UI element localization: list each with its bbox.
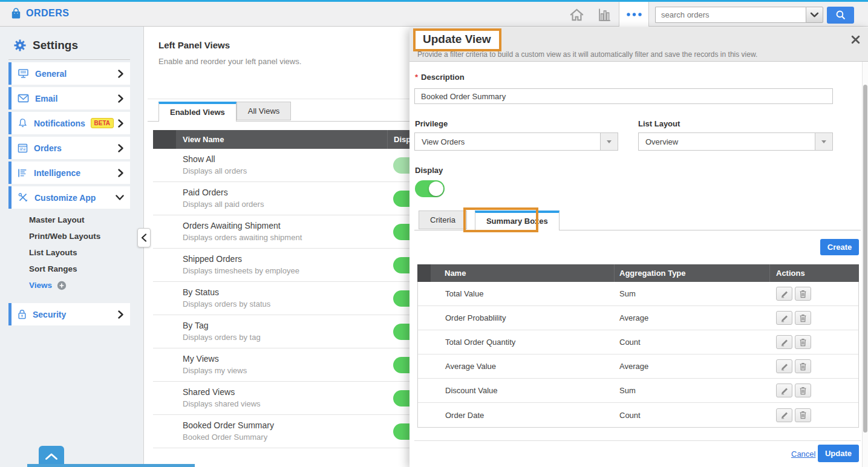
create-button[interactable]: Create <box>820 239 859 255</box>
scrollbar-thumb[interactable] <box>863 85 867 433</box>
sidebar-item-security[interactable]: Security <box>8 303 130 325</box>
views-table: View Name Display Show AllDisplays all o… <box>153 130 437 448</box>
sidebar-item-customize-app[interactable]: Customize App <box>8 186 130 209</box>
sidebar-subitem-list-layouts[interactable]: List Layouts <box>29 249 143 257</box>
list-layout-select[interactable]: Overview <box>638 132 833 151</box>
summary-boxes-table: Name Aggregation Type Actions Total Valu… <box>417 264 859 428</box>
modal-title: Update View <box>423 33 491 45</box>
tab-criteria[interactable]: Criteria <box>419 211 467 229</box>
sidebar-item-intelligence[interactable]: Intelligence <box>8 162 130 184</box>
report-icon <box>18 168 28 178</box>
search-scope-dropdown[interactable] <box>806 7 823 23</box>
bar-chart-icon[interactable] <box>597 7 612 22</box>
sidebar-subitem-sort-ranges[interactable]: Sort Ranges <box>29 265 143 273</box>
app-name: ORDERS <box>26 8 69 19</box>
trash-icon <box>799 387 807 395</box>
tab-all-views[interactable]: All Views <box>237 102 292 120</box>
delete-button[interactable] <box>795 335 811 349</box>
sidebar-item-label: Customize App <box>34 193 96 203</box>
summary-row-total-order-quantity: Total Order QuantityCount <box>418 330 858 354</box>
page-subtitle: Enable and reorder your left panel views… <box>158 57 301 66</box>
tab-summary-boxes[interactable]: Summary Boxes <box>475 211 560 230</box>
row-spacer <box>153 249 176 281</box>
app-logo[interactable]: ORDERS <box>11 7 69 19</box>
privilege-label: Privilege <box>415 119 448 128</box>
delete-button[interactable] <box>795 311 811 325</box>
trash-icon <box>799 314 807 322</box>
document-icon <box>18 143 28 153</box>
sidebar-items: GeneralEmailNotificationsBETAOrdersIntel… <box>0 62 143 209</box>
chevron-right-icon <box>117 169 124 177</box>
edit-button[interactable] <box>776 359 792 373</box>
divider <box>8 59 130 60</box>
search-button[interactable] <box>827 7 854 24</box>
trash-icon <box>799 338 807 347</box>
sidebar-item-orders[interactable]: Orders <box>8 137 130 159</box>
modal-header: Update View Provide a filter criteria to… <box>410 27 868 62</box>
update-button[interactable]: Update <box>818 445 859 462</box>
close-button[interactable] <box>851 35 860 46</box>
cancel-link[interactable]: Cancel <box>791 449 815 459</box>
modal-scrollbar[interactable] <box>862 62 868 467</box>
search-input[interactable] <box>655 7 806 23</box>
sidebar-item-notifications[interactable]: NotificationsBETA <box>8 112 130 134</box>
chevron-up-icon <box>45 452 58 460</box>
pencil-icon <box>780 387 789 395</box>
trash-icon <box>799 290 807 298</box>
row-spacer <box>153 315 176 348</box>
summary-name: Total Value <box>431 289 615 298</box>
pencil-icon <box>780 362 789 371</box>
page-title: Left Panel Views <box>158 40 230 50</box>
edit-button[interactable] <box>776 335 792 349</box>
sidebar-item-label: Security <box>33 310 66 319</box>
edit-button[interactable] <box>776 287 792 301</box>
summary-name: Average Value <box>431 362 615 371</box>
monitor-icon <box>18 68 29 79</box>
sidebar-item-general[interactable]: General <box>8 62 130 85</box>
column-view-name: View Name <box>176 135 387 144</box>
summary-name: Order Probablility <box>431 313 615 322</box>
delete-button[interactable] <box>795 359 811 373</box>
delete-button[interactable] <box>795 384 811 397</box>
divider <box>148 99 423 99</box>
sidebar-item-label: Orders <box>34 143 62 153</box>
delete-button[interactable] <box>795 287 811 301</box>
display-toggle[interactable] <box>415 180 445 197</box>
plus-circle-icon <box>57 281 67 290</box>
privilege-select[interactable]: View Orders <box>414 132 618 151</box>
row-spacer <box>153 348 176 381</box>
sidebar-collapse-button[interactable] <box>137 228 151 247</box>
sidebar-item-email[interactable]: Email <box>8 87 130 109</box>
delete-button[interactable] <box>795 408 811 422</box>
close-icon <box>851 35 860 44</box>
tools-icon <box>18 192 28 203</box>
list-layout-label: List Layout <box>638 119 680 128</box>
sidebar-subitem-print-web-layouts[interactable]: Print/Web Layouts <box>29 232 143 241</box>
chevron-right-icon <box>117 94 124 103</box>
description-field[interactable] <box>414 88 833 104</box>
edit-button[interactable] <box>776 408 792 422</box>
view-row-show-all: Show AllDisplays all orders <box>153 149 437 182</box>
views-table-header: View Name Display <box>153 130 437 149</box>
edit-button[interactable] <box>776 384 792 397</box>
bottom-scrollbar[interactable] <box>27 464 195 467</box>
sidebar-subitem-master-layout[interactable]: Master Layout <box>29 216 143 224</box>
chevron-right-icon <box>117 144 124 152</box>
pencil-icon <box>780 290 789 298</box>
summary-row-order-date: Order DateCount <box>418 403 858 427</box>
views-tabs: Enabled Views All Views <box>158 102 291 122</box>
select-arrow-icon <box>600 133 618 150</box>
more-menu-button[interactable] <box>619 2 649 27</box>
row-spacer <box>153 149 176 181</box>
sidebar-subitem-views[interactable]: Views <box>29 281 143 290</box>
home-icon[interactable] <box>569 8 584 22</box>
edit-button[interactable] <box>776 311 792 325</box>
spacer-column <box>417 264 431 282</box>
shopping-bag-icon <box>11 7 21 19</box>
row-spacer <box>153 382 176 414</box>
tab-enabled-views[interactable]: Enabled Views <box>158 102 237 122</box>
modal-body: *Description Privilege List Layout View … <box>410 62 868 467</box>
beta-badge: BETA <box>91 118 114 128</box>
title-annotation-box: Update View <box>413 28 501 51</box>
view-row-shared-views: Shared ViewsDisplays shared views <box>153 382 437 415</box>
